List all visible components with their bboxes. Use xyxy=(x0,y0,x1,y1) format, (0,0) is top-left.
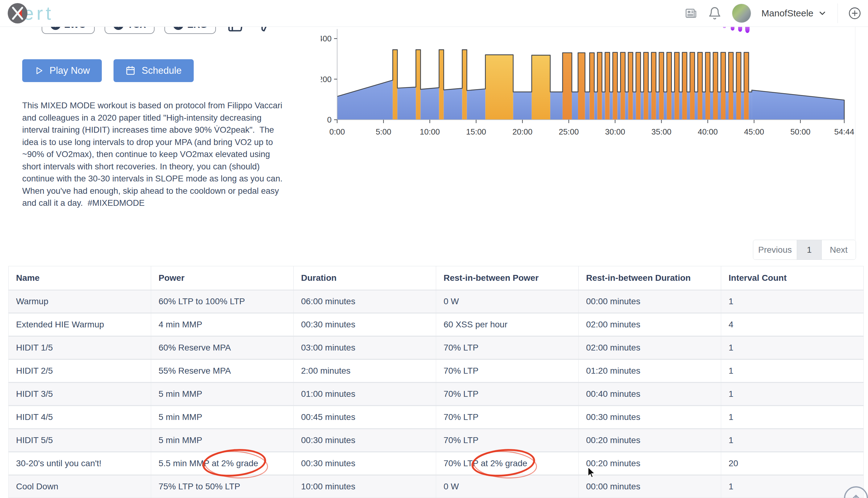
table-cell: 2:00 minutes xyxy=(294,359,436,383)
table-cell: 70% LTP xyxy=(436,336,579,359)
table-cell: 1 xyxy=(721,290,864,313)
table-cell: 20 xyxy=(721,452,864,475)
table-cell: 00:20 minutes xyxy=(579,452,721,475)
difficulty-rating-icon xyxy=(731,27,734,30)
table-cell: 00:40 minutes xyxy=(579,383,721,406)
table-row: HIDIT 4/55 min MMP00:45 minutes70% LTP00… xyxy=(9,406,864,429)
svg-text:45:00: 45:00 xyxy=(744,127,764,136)
schedule-label: Schedule xyxy=(142,65,182,76)
pagination-page-1[interactable]: 1 xyxy=(797,240,822,260)
table-cell: 1 xyxy=(721,406,864,429)
table-cell: Extended HIE Warmup xyxy=(9,313,151,336)
table-cell: 70% LTP at 2% grade xyxy=(436,452,579,475)
table-cell: 00:30 minutes xyxy=(294,429,436,452)
user-menu[interactable]: ManofSteele xyxy=(762,8,827,18)
svg-text:20:00: 20:00 xyxy=(512,127,532,136)
chevron-down-icon xyxy=(818,9,827,18)
table-cell: 1 xyxy=(721,359,864,383)
table-cell: 55% Reserve MPA xyxy=(151,359,294,383)
bell-icon[interactable] xyxy=(708,6,721,20)
red-circle-annotation: at 2% grade xyxy=(481,459,527,468)
table-cell: 5 min MMP xyxy=(151,429,294,452)
svg-text:0: 0 xyxy=(327,115,332,124)
table-cell: Warmup xyxy=(9,290,151,313)
news-icon[interactable] xyxy=(684,7,697,20)
table-cell: 00:45 minutes xyxy=(294,406,436,429)
svg-text:0:00: 0:00 xyxy=(330,127,345,136)
column-header: Interval Count xyxy=(721,266,864,290)
table-cell: 1 xyxy=(721,383,864,406)
table-cell: 5 min MMP xyxy=(151,383,294,406)
table-cell: HIDIT 1/5 xyxy=(9,336,151,359)
svg-text:50:00: 50:00 xyxy=(790,127,810,136)
table-cell: 5 min MMP xyxy=(151,406,294,429)
table-cell: 1 xyxy=(721,429,864,452)
table-cell: 75% LTP to 50% LTP xyxy=(151,475,294,498)
table-cell: 1 xyxy=(721,336,864,359)
pagination-next-button[interactable]: Next xyxy=(822,240,856,260)
svg-text:25:00: 25:00 xyxy=(559,127,579,136)
table-cell: 06:00 minutes xyxy=(294,290,436,313)
table-row: Warmup60% LTP to 100% LTP06:00 minutes0 … xyxy=(9,290,864,313)
svg-text:400: 400 xyxy=(321,34,332,43)
table-cell: 10:00 minutes xyxy=(294,475,436,498)
table-cell: 00:30 minutes xyxy=(579,406,721,429)
table-cell: 70% LTP xyxy=(436,359,579,383)
column-header: Rest-in-between Power xyxy=(436,266,579,290)
intervals-table-header: NamePowerDurationRest-in-between PowerRe… xyxy=(9,266,864,290)
workout-description: This MIXED MODE workout is based on prot… xyxy=(22,99,290,209)
column-header: Power xyxy=(151,266,294,290)
table-cell: HIDIT 4/5 xyxy=(9,406,151,429)
table-cell: HIDIT 3/5 xyxy=(9,383,151,406)
table-cell: 60 XSS per hour xyxy=(436,313,579,336)
user-avatar[interactable] xyxy=(732,4,751,23)
table-cell: 4 xyxy=(721,313,864,336)
calendar-icon xyxy=(125,65,135,76)
user-name: ManofSteele xyxy=(762,8,813,18)
xert-logo-mark xyxy=(8,3,27,24)
table-cell: 01:20 minutes xyxy=(579,359,721,383)
workout-detail-page: ⇩ ZWO ⇩ TCX ⇩ ERG Play Now Schedule This… xyxy=(0,0,868,498)
xert-logo[interactable]: ert xyxy=(8,3,54,24)
table-cell: 03:00 minutes xyxy=(294,336,436,359)
pagination-previous-button[interactable]: Previous xyxy=(753,240,797,260)
schedule-button[interactable]: Schedule xyxy=(113,59,194,82)
table-cell: 5.5 min MMP at 2% grade xyxy=(151,452,294,475)
svg-text:35:00: 35:00 xyxy=(652,127,671,136)
workout-chart-svg: 02004000:005:0010:0015:0020:0025:0030:00… xyxy=(321,27,868,141)
table-cell: 02:00 minutes xyxy=(579,336,721,359)
table-row: 30-20's until you can't!5.5 min MMP at 2… xyxy=(9,452,864,475)
table-cell: 00:00 minutes xyxy=(579,475,721,498)
table-cell: 70% LTP xyxy=(436,383,579,406)
svg-text:10:00: 10:00 xyxy=(420,127,440,136)
table-cell: 00:30 minutes xyxy=(294,452,436,475)
table-cell: 70% LTP xyxy=(436,429,579,452)
table-cell: HIDIT 5/5 xyxy=(9,429,151,452)
svg-text:40:00: 40:00 xyxy=(698,127,718,136)
table-cell: 01:00 minutes xyxy=(294,383,436,406)
brand-text: ert xyxy=(23,3,54,24)
column-header: Duration xyxy=(294,266,436,290)
table-cell: 00:20 minutes xyxy=(579,429,721,452)
mouse-cursor xyxy=(587,467,597,480)
svg-text:30:00: 30:00 xyxy=(605,127,625,136)
red-circle-annotation: at 2% grade xyxy=(212,459,258,468)
top-nav: ert ManofSteele xyxy=(0,0,868,27)
table-cell: 70% LTP xyxy=(436,406,579,429)
play-now-button[interactable]: Play Now xyxy=(22,59,102,82)
table-cell: 4 min MMP xyxy=(151,313,294,336)
svg-text:5:00: 5:00 xyxy=(376,127,391,136)
table-row: HIDIT 1/560% Reserve MPA03:00 minutes70%… xyxy=(9,336,864,359)
column-header: Name xyxy=(9,266,151,290)
difficulty-rating-icon xyxy=(738,27,742,32)
arrow-up-icon xyxy=(850,493,862,498)
table-cell: 60% LTP to 100% LTP xyxy=(151,290,294,313)
svg-text:15:00: 15:00 xyxy=(466,127,486,136)
table-cell: Cool Down xyxy=(9,475,151,498)
play-now-label: Play Now xyxy=(50,65,90,76)
table-row: HIDIT 5/55 min MMP00:30 minutes70% LTP00… xyxy=(9,429,864,452)
table-cell: HIDIT 2/5 xyxy=(9,359,151,383)
play-icon xyxy=(34,65,43,76)
intervals-table: NamePowerDurationRest-in-between PowerRe… xyxy=(8,266,864,498)
plus-circle-icon[interactable] xyxy=(848,7,861,20)
